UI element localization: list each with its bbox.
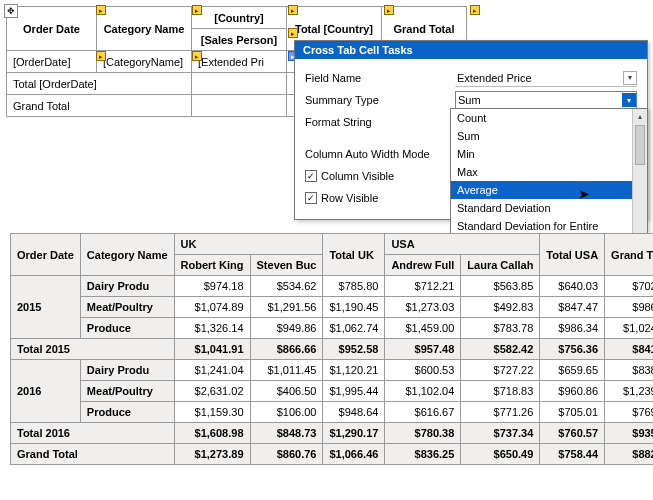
table-cell: $582.42 <box>461 339 540 360</box>
smart-tag-icon[interactable] <box>192 51 202 61</box>
field-name-combo[interactable]: Extended Price▾ <box>455 69 637 87</box>
design-header-order-date[interactable]: Order Date <box>7 7 97 51</box>
table-cell: $737.34 <box>461 423 540 444</box>
row-visible-checkbox[interactable]: ✓Row Visible <box>305 192 378 204</box>
scroll-up-icon[interactable]: ▴ <box>633 109 647 123</box>
table-cell: $1,041.91 <box>174 339 250 360</box>
col-andrew: Andrew Full <box>385 255 461 276</box>
total-label: Total 2016 <box>11 423 175 444</box>
smart-tag-icon[interactable] <box>384 5 394 15</box>
smart-tag-icon[interactable] <box>470 5 480 15</box>
design-cell-categoryname[interactable]: [CategoryName] <box>97 51 192 73</box>
year-cell: 2016 <box>11 360 81 423</box>
result-data-table: Order Date Category Name UK Total UK USA… <box>10 233 653 465</box>
summary-type-combo[interactable]: Sum▾ <box>455 91 637 109</box>
category-cell: Produce <box>80 402 174 423</box>
total-label: Grand Total <box>11 444 175 465</box>
table-cell: $948.64 <box>323 402 385 423</box>
table-cell: $1,102.04 <box>385 381 461 402</box>
smart-tag-icon[interactable] <box>288 5 298 15</box>
table-cell: $106.00 <box>250 402 323 423</box>
table-cell: $756.36 <box>540 339 605 360</box>
table-cell: $406.50 <box>250 381 323 402</box>
dropdown-item[interactable]: Standard Deviation <box>451 199 632 217</box>
popup-title: Cross Tab Cell Tasks <box>295 41 647 59</box>
design-cell-grand-total-row[interactable]: Grand Total <box>7 95 192 117</box>
dropdown-item[interactable]: Sum <box>451 127 632 145</box>
table-cell: $760.57 <box>540 423 605 444</box>
column-auto-width-label: Column Auto Width Mode <box>305 148 430 160</box>
summary-type-label: Summary Type <box>305 94 455 106</box>
table-cell: $492.83 <box>461 297 540 318</box>
table-cell: $771.26 <box>461 402 540 423</box>
table-cell: $1,120.21 <box>323 360 385 381</box>
smart-tag-icon[interactable] <box>96 51 106 61</box>
design-cell-country[interactable]: [Country] <box>192 7 287 29</box>
table-cell: $769.12 <box>605 402 653 423</box>
smart-tag-icon[interactable] <box>288 28 298 38</box>
table-cell: $727.22 <box>461 360 540 381</box>
format-string-label: Format String <box>305 116 455 128</box>
design-header-category[interactable]: Category Name <box>97 7 192 51</box>
table-cell: $1,062.74 <box>323 318 385 339</box>
table-cell: $1,074.89 <box>174 297 250 318</box>
total-label: Total 2015 <box>11 339 175 360</box>
col-robert: Robert King <box>174 255 250 276</box>
design-cell-total-orderdate[interactable]: Total [OrderDate] <box>7 73 192 95</box>
summary-type-dropdown: CountSumMinMaxAverageStandard DeviationS… <box>450 108 648 250</box>
category-cell: Dairy Produ <box>80 360 174 381</box>
table-cell: $2,631.02 <box>174 381 250 402</box>
dropdown-item[interactable]: Average <box>451 181 632 199</box>
table-cell: $957.48 <box>385 339 461 360</box>
table-cell: $1,608.98 <box>174 423 250 444</box>
year-cell: 2015 <box>11 276 81 339</box>
table-cell: $718.83 <box>461 381 540 402</box>
table-cell: $1,066.46 <box>323 444 385 465</box>
table-cell: $847.47 <box>540 297 605 318</box>
design-cell-extended-price[interactable]: [Extended Pri <box>192 51 287 73</box>
col-order-date: Order Date <box>11 234 81 276</box>
move-handle-icon[interactable]: ✥ <box>4 4 18 18</box>
table-cell: $534.62 <box>250 276 323 297</box>
design-cell-orderdate[interactable]: [OrderDate] <box>7 51 97 73</box>
col-usa: USA <box>385 234 540 255</box>
table-cell: $974.18 <box>174 276 250 297</box>
category-cell: Dairy Produ <box>80 276 174 297</box>
table-cell: $1,241.04 <box>174 360 250 381</box>
dropdown-item[interactable]: Min <box>451 145 632 163</box>
table-cell: $1,290.17 <box>323 423 385 444</box>
table-cell: $1,273.89 <box>174 444 250 465</box>
table-cell: $841.60 <box>605 339 653 360</box>
smart-tag-icon[interactable] <box>192 5 202 15</box>
table-cell: $986.51 <box>605 297 653 318</box>
scroll-thumb[interactable] <box>635 125 645 165</box>
table-cell: $702.83 <box>605 276 653 297</box>
chevron-down-icon[interactable]: ▾ <box>623 71 637 85</box>
table-cell: $960.86 <box>540 381 605 402</box>
table-cell: $1,459.00 <box>385 318 461 339</box>
col-total-uk: Total UK <box>323 234 385 276</box>
design-cell-sales-person[interactable]: [Sales Person] <box>192 29 287 51</box>
table-cell: $600.53 <box>385 360 461 381</box>
column-visible-checkbox[interactable]: ✓Column Visible <box>305 170 394 182</box>
col-laura: Laura Callah <box>461 255 540 276</box>
table-cell: $659.65 <box>540 360 605 381</box>
table-cell: $1,159.30 <box>174 402 250 423</box>
table-cell: $866.66 <box>250 339 323 360</box>
table-cell: $712.21 <box>385 276 461 297</box>
chevron-down-icon[interactable]: ▾ <box>622 93 636 107</box>
table-cell: $860.76 <box>250 444 323 465</box>
category-cell: Meat/Poultry <box>80 297 174 318</box>
col-category: Category Name <box>80 234 174 276</box>
col-grand-total: Grand Total <box>605 234 653 276</box>
smart-tag-icon[interactable] <box>96 5 106 15</box>
dropdown-item[interactable]: Max <box>451 163 632 181</box>
table-cell: $563.85 <box>461 276 540 297</box>
scrollbar[interactable]: ▴ ▾ <box>632 109 647 249</box>
col-steven: Steven Buc <box>250 255 323 276</box>
table-cell: $705.01 <box>540 402 605 423</box>
col-total-usa: Total USA <box>540 234 605 276</box>
col-uk: UK <box>174 234 323 255</box>
dropdown-item[interactable]: Count <box>451 109 632 127</box>
table-cell: $1,326.14 <box>174 318 250 339</box>
